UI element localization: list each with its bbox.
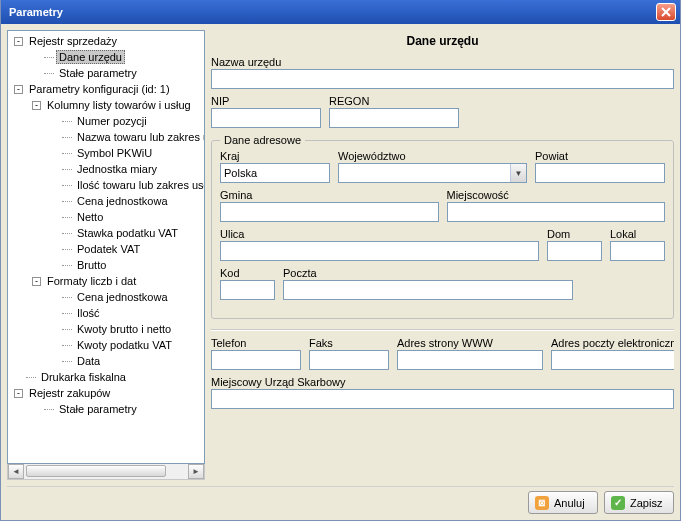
tree-node[interactable]: Kwoty podatku VAT: [8, 337, 204, 353]
commune-input[interactable]: [220, 202, 439, 222]
district-input[interactable]: [535, 163, 665, 183]
country-input[interactable]: [220, 163, 330, 183]
tree-node-label: Jednostka miary: [74, 162, 160, 176]
label-email: Adres poczty elektronicznej: [551, 337, 674, 349]
tree-node-label: Stawka podatku VAT: [74, 226, 181, 240]
office-name-input[interactable]: [211, 69, 674, 89]
tree-node[interactable]: Ilość towaru lub zakres usług: [8, 177, 204, 193]
scroll-thumb[interactable]: [26, 465, 166, 477]
tree-node[interactable]: Drukarka fiskalna: [8, 369, 204, 385]
label-locality: Miejscowość: [447, 189, 666, 201]
close-button[interactable]: [656, 3, 676, 21]
label-house: Dom: [547, 228, 602, 240]
cancel-button-label: Anuluj: [554, 497, 585, 509]
parametry-window: Parametry -Rejestr sprzedażyDane urzęduS…: [0, 0, 681, 521]
tree-node-label: Cena jednostkowa: [74, 194, 171, 208]
close-icon: [661, 7, 671, 17]
collapse-icon[interactable]: -: [14, 37, 23, 46]
tree-node[interactable]: Stałe parametry: [8, 401, 204, 417]
tree-node[interactable]: Ilość: [8, 305, 204, 321]
nip-input[interactable]: [211, 108, 321, 128]
tree-scrollbar[interactable]: ◄ ►: [7, 464, 205, 480]
tree-pane: -Rejestr sprzedażyDane urzęduStałe param…: [7, 30, 205, 480]
tree-node[interactable]: Data: [8, 353, 204, 369]
save-button[interactable]: ✓ Zapisz: [604, 491, 674, 514]
tree-node-label: Data: [74, 354, 103, 368]
tree-node-label: Parametry konfiguracji (id: 1): [26, 82, 173, 96]
tree-node-label: Stałe parametry: [56, 402, 140, 416]
voivodeship-select[interactable]: ▼: [338, 163, 527, 183]
tax-office-input[interactable]: [211, 389, 674, 409]
address-legend: Dane adresowe: [220, 134, 305, 146]
tree-node[interactable]: Jednostka miary: [8, 161, 204, 177]
tree-node[interactable]: Nazwa towaru lub zakres usł: [8, 129, 204, 145]
collapse-icon[interactable]: -: [14, 85, 23, 94]
tree-node-label: Netto: [74, 210, 106, 224]
postal-input[interactable]: [220, 280, 275, 300]
phone-input[interactable]: [211, 350, 301, 370]
locality-input[interactable]: [447, 202, 666, 222]
tree-node-label: Rejestr sprzedaży: [26, 34, 120, 48]
tree-node[interactable]: Brutto: [8, 257, 204, 273]
scroll-right-button[interactable]: ►: [188, 464, 204, 479]
divider: [211, 329, 674, 331]
house-input[interactable]: [547, 241, 602, 261]
fax-input[interactable]: [309, 350, 389, 370]
tree-node-label: Cena jednostkowa: [74, 290, 171, 304]
label-phone: Telefon: [211, 337, 301, 349]
tree-node-label: Dane urzędu: [56, 50, 125, 64]
tree-node[interactable]: Netto: [8, 209, 204, 225]
tree-node[interactable]: Podatek VAT: [8, 241, 204, 257]
tree-node-label: Drukarka fiskalna: [38, 370, 129, 384]
collapse-icon[interactable]: -: [14, 389, 23, 398]
tree-node[interactable]: -Rejestr sprzedaży: [8, 33, 204, 49]
label-tax-office: Miejscowy Urząd Skarbowy: [211, 376, 674, 388]
tree-node-label: Formaty liczb i dat: [44, 274, 139, 288]
tree-node-label: Stałe parametry: [56, 66, 140, 80]
cancel-button[interactable]: ⦻ Anuluj: [528, 491, 598, 514]
cancel-icon: ⦻: [535, 496, 549, 510]
tree-node-label: Rejestr zakupów: [26, 386, 113, 400]
regon-input[interactable]: [329, 108, 459, 128]
tree-node[interactable]: -Rejestr zakupów: [8, 385, 204, 401]
email-input[interactable]: [551, 350, 674, 370]
form-heading: Dane urzędu: [211, 30, 674, 56]
scroll-left-button[interactable]: ◄: [8, 464, 24, 479]
street-input[interactable]: [220, 241, 539, 261]
titlebar: Parametry: [1, 0, 680, 24]
tree-node[interactable]: -Formaty liczb i dat: [8, 273, 204, 289]
address-fieldset: Dane adresowe Kraj Województwo ▼: [211, 134, 674, 319]
tree-node[interactable]: Stawka podatku VAT: [8, 225, 204, 241]
tree-node[interactable]: Stałe parametry: [8, 65, 204, 81]
tree-node-label: Kolumny listy towarów i usług: [44, 98, 194, 112]
apartment-input[interactable]: [610, 241, 665, 261]
tree-node[interactable]: Cena jednostkowa: [8, 289, 204, 305]
label-regon: REGON: [329, 95, 459, 107]
tree-node[interactable]: Dane urzędu: [8, 49, 204, 65]
collapse-icon[interactable]: -: [32, 277, 41, 286]
tree-node[interactable]: Cena jednostkowa: [8, 193, 204, 209]
tree-node[interactable]: -Parametry konfiguracji (id: 1): [8, 81, 204, 97]
label-district: Powiat: [535, 150, 665, 162]
label-country: Kraj: [220, 150, 330, 162]
tree-node-label: Nazwa towaru lub zakres usł: [74, 130, 205, 144]
save-icon: ✓: [611, 496, 625, 510]
tree-node[interactable]: Symbol PKWiU: [8, 145, 204, 161]
tree-node-label: Kwoty brutto i netto: [74, 322, 174, 336]
tree-node[interactable]: Kwoty brutto i netto: [8, 321, 204, 337]
tree-node-label: Symbol PKWiU: [74, 146, 155, 160]
label-office-name: Nazwa urzędu: [211, 56, 674, 68]
form-pane: Dane urzędu Nazwa urzędu NIP: [211, 30, 674, 480]
label-street: Ulica: [220, 228, 539, 240]
tree-node[interactable]: -Kolumny listy towarów i usług: [8, 97, 204, 113]
label-apartment: Lokal: [610, 228, 665, 240]
save-button-label: Zapisz: [630, 497, 662, 509]
tree[interactable]: -Rejestr sprzedażyDane urzęduStałe param…: [7, 30, 205, 464]
collapse-icon[interactable]: -: [32, 101, 41, 110]
scroll-track[interactable]: [24, 464, 188, 479]
button-bar: ⦻ Anuluj ✓ Zapisz: [7, 486, 674, 514]
post-input[interactable]: [283, 280, 573, 300]
tree-node[interactable]: Numer pozycji: [8, 113, 204, 129]
tree-node-label: Brutto: [74, 258, 109, 272]
www-input[interactable]: [397, 350, 543, 370]
